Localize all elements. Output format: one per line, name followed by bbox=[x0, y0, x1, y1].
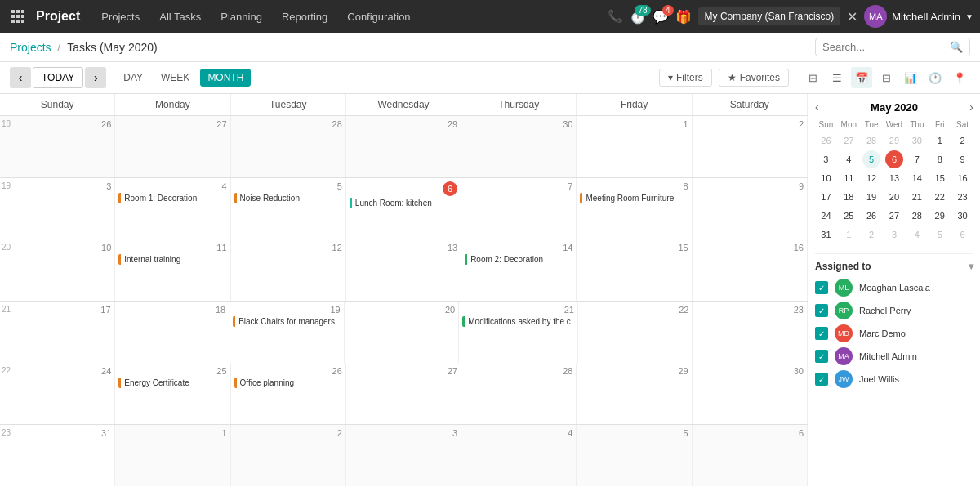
cal-cell[interactable]: 19 Black Chairs for managers bbox=[229, 302, 345, 363]
cal-cell[interactable]: 12 bbox=[231, 239, 346, 301]
task-black-chairs[interactable]: Black Chairs for managers bbox=[233, 316, 341, 327]
cal-cell[interactable]: 1 bbox=[115, 425, 230, 486]
mini-cal-prev[interactable]: ‹ bbox=[815, 101, 819, 114]
map-icon[interactable]: 📍 bbox=[949, 67, 970, 88]
mini-day[interactable]: 26 bbox=[862, 207, 880, 225]
task-room2-decoration[interactable]: Room 2: Decoration bbox=[465, 254, 572, 265]
cal-cell[interactable]: 28 bbox=[231, 116, 346, 177]
mini-day[interactable]: 4 bbox=[840, 150, 858, 168]
cal-cell[interactable]: 30 bbox=[693, 363, 808, 424]
next-arrow[interactable]: › bbox=[85, 67, 106, 88]
task-room1-decoration[interactable]: Room 1: Decoration bbox=[118, 193, 226, 203]
cal-cell[interactable]: 15 bbox=[577, 239, 692, 301]
user-dropdown-icon[interactable]: ▼ bbox=[965, 12, 973, 21]
mini-day[interactable]: 25 bbox=[840, 207, 858, 225]
task-modifications[interactable]: Modifications asked by the c bbox=[462, 316, 574, 327]
cal-cell[interactable]: 3 bbox=[346, 425, 461, 486]
calendar-icon[interactable]: 📅 bbox=[851, 67, 872, 88]
mini-day[interactable]: 23 bbox=[954, 188, 972, 206]
mini-day[interactable]: 20 bbox=[885, 188, 903, 206]
mini-day[interactable]: 3 bbox=[817, 150, 835, 168]
search-input[interactable] bbox=[822, 41, 945, 53]
cal-cell[interactable]: 27 bbox=[115, 116, 230, 177]
mini-day[interactable]: 28 bbox=[908, 207, 926, 225]
cal-cell[interactable]: 16 bbox=[693, 239, 808, 301]
cal-cell[interactable]: 29 bbox=[577, 363, 692, 424]
mini-day[interactable]: 5 bbox=[931, 226, 949, 244]
nav-projects[interactable]: Projects bbox=[93, 7, 148, 26]
cal-cell[interactable]: 2224 bbox=[0, 363, 115, 424]
mini-day[interactable]: 27 bbox=[840, 132, 858, 150]
mini-day[interactable]: 31 bbox=[817, 226, 835, 244]
mini-day[interactable]: 10 bbox=[817, 169, 835, 187]
user-checkbox-4[interactable]: ✓ bbox=[815, 350, 828, 363]
mini-day[interactable]: 14 bbox=[908, 169, 926, 187]
mini-day[interactable]: 29 bbox=[885, 132, 903, 150]
cal-cell[interactable]: 20 bbox=[345, 302, 460, 363]
mini-day[interactable]: 13 bbox=[885, 169, 903, 187]
mini-day[interactable]: 17 bbox=[817, 188, 835, 206]
cal-cell[interactable]: 5 Noise Reduction bbox=[231, 178, 346, 239]
filter-button[interactable]: ▾ Filters bbox=[659, 69, 712, 87]
cal-cell[interactable]: 193 bbox=[0, 178, 115, 239]
cal-cell[interactable]: 1 bbox=[577, 116, 692, 177]
list-icon[interactable]: ☰ bbox=[826, 67, 848, 88]
chat-icon[interactable]: 💬 4 bbox=[653, 9, 669, 25]
mini-day[interactable]: 18 bbox=[840, 188, 858, 206]
kanban-icon[interactable]: ⊞ bbox=[802, 67, 823, 88]
task-energy-cert[interactable]: Energy Certificate bbox=[118, 378, 226, 388]
mini-day[interactable]: 27 bbox=[885, 207, 903, 225]
mini-cal-next[interactable]: › bbox=[969, 101, 973, 114]
gift-icon[interactable]: 🎁 bbox=[675, 9, 692, 25]
cal-cell[interactable]: 2 bbox=[231, 425, 346, 486]
company-selector[interactable]: My Company (San Francisco) bbox=[698, 7, 841, 25]
mini-day[interactable]: 16 bbox=[954, 169, 972, 187]
mini-day[interactable]: 7 bbox=[908, 150, 926, 168]
mini-day[interactable]: 4 bbox=[908, 226, 926, 244]
cal-cell[interactable]: 4 Room 1: Decoration bbox=[115, 178, 230, 239]
cal-cell[interactable]: 23 bbox=[693, 302, 808, 363]
task-noise-reduction[interactable]: Noise Reduction bbox=[234, 193, 342, 203]
task-office-planning[interactable]: Office planning bbox=[234, 378, 342, 388]
mini-day[interactable]: 1 bbox=[840, 226, 858, 244]
mini-day[interactable]: 30 bbox=[954, 207, 972, 225]
prev-arrow[interactable]: ‹ bbox=[10, 67, 31, 88]
cal-cell[interactable]: 2010 bbox=[0, 239, 115, 301]
cal-cell[interactable]: 1826 bbox=[0, 116, 115, 177]
mini-day[interactable]: 22 bbox=[931, 188, 949, 206]
cal-cell[interactable]: 27 bbox=[346, 363, 461, 424]
mini-day[interactable]: 3 bbox=[885, 226, 903, 244]
grid-menu-icon[interactable] bbox=[7, 5, 29, 28]
mini-day[interactable]: 11 bbox=[840, 169, 858, 187]
chart-icon[interactable]: 📊 bbox=[900, 67, 921, 88]
mini-day[interactable]: 28 bbox=[862, 132, 880, 150]
mini-day[interactable]: 2 bbox=[954, 132, 972, 150]
favorites-button[interactable]: ★ Favorites bbox=[719, 69, 789, 87]
mini-day[interactable]: 26 bbox=[817, 132, 835, 150]
mini-day[interactable]: 2 bbox=[862, 226, 880, 244]
view-week[interactable]: WEEK bbox=[154, 69, 197, 87]
mini-day-today[interactable]: 6 bbox=[885, 150, 903, 168]
cal-cell[interactable]: 18 bbox=[115, 302, 230, 363]
cal-cell[interactable]: 26 Office planning bbox=[231, 363, 346, 424]
cal-cell[interactable]: 6 Lunch Room: kitchen bbox=[346, 178, 461, 239]
assigned-collapse-icon[interactable]: ▾ bbox=[969, 261, 973, 272]
cal-cell[interactable]: 30 bbox=[461, 116, 577, 177]
timer-icon[interactable]: ⏱️ 78 bbox=[630, 9, 646, 25]
mini-day[interactable]: 6 bbox=[954, 226, 972, 244]
mini-day[interactable]: 12 bbox=[862, 169, 880, 187]
cal-cell[interactable]: 5 bbox=[577, 425, 692, 486]
cal-cell[interactable]: 13 bbox=[346, 239, 461, 301]
mini-day[interactable]: 15 bbox=[931, 169, 949, 187]
phone-icon[interactable]: 📞 bbox=[608, 9, 623, 24]
mini-day[interactable]: 29 bbox=[931, 207, 949, 225]
cal-cell[interactable]: 8 Meeting Room Furniture bbox=[577, 178, 692, 239]
nav-reporting[interactable]: Reporting bbox=[274, 7, 336, 26]
mini-day[interactable]: 21 bbox=[908, 188, 926, 206]
cal-cell[interactable]: 2331 bbox=[0, 425, 115, 486]
user-badge[interactable]: MA Mitchell Admin ▼ bbox=[864, 5, 973, 28]
mini-day[interactable]: 8 bbox=[931, 150, 949, 168]
clock-icon[interactable]: 🕐 bbox=[924, 67, 946, 88]
nav-configuration[interactable]: Configuration bbox=[339, 7, 418, 26]
nav-all-tasks[interactable]: All Tasks bbox=[151, 7, 209, 26]
